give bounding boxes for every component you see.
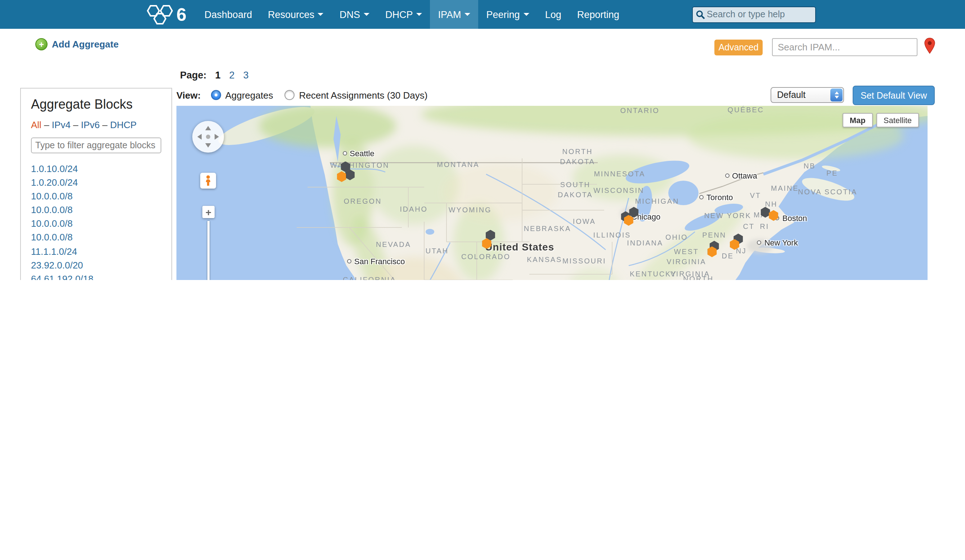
zoom-slider-track[interactable] [208,221,209,280]
aggregate-block-link[interactable]: 10.0.0.0/8 [31,217,161,231]
state-label: COLORADO [461,252,510,262]
filter-ipv6[interactable]: IPv6 [81,119,100,130]
map-pin-icon[interactable] [924,38,936,56]
aggregate-block-link[interactable]: 10.0.0.0/8 [31,231,161,244]
page-2[interactable]: 2 [229,70,235,81]
chevron-down-icon [465,13,471,16]
nav-item-resources[interactable]: Resources [260,0,332,29]
plus-circle-icon: + [35,38,47,51]
nav-item-peering[interactable]: Peering [479,0,537,29]
chevron-down-icon [364,13,370,16]
app-logo[interactable]: 6 [146,0,186,29]
city-label: San Francisco [347,256,405,265]
search-icon [696,9,705,20]
map-pan-control[interactable] [192,121,224,153]
aggregate-block-link[interactable]: 10.0.0.0/8 [31,203,161,217]
state-label: WASHINGTON [330,160,389,170]
chevron-down-icon [318,13,324,16]
pan-right-icon[interactable] [214,134,219,140]
nav-item-log[interactable]: Log [537,0,569,29]
state-label: QUÉBEC [728,106,764,115]
advanced-button[interactable]: Advanced [715,39,763,56]
view-option[interactable]: Recent Assignments (30 Days) [285,90,427,100]
aggregate-marker-gray[interactable] [761,207,770,218]
city-label: Boston [775,214,807,223]
city-name: Ottawa [732,171,757,180]
aggregate-block-link[interactable]: 23.92.0.0/20 [31,258,161,272]
city-name: New York [764,238,798,247]
city-name: Seattle [350,149,375,158]
filter-separator: – [70,119,81,130]
filter-ipv4[interactable]: IPv4 [52,119,70,130]
nav-item-ipam[interactable]: IPAM [430,0,479,29]
add-aggregate-button[interactable]: + Add Aggregate [35,38,118,51]
map-overlay: WASHINGTONMONTANANORTH DAKOTAMINNESOTASO… [177,106,927,280]
zoom-in-button[interactable]: + [202,206,214,218]
city-label: Ottawa [725,171,757,180]
state-label: PE [826,168,838,178]
view-select[interactable]: Default [770,87,844,103]
aggregate-marker-gray[interactable] [629,207,638,218]
state-label: MAINE [771,184,799,194]
map-type-satellite[interactable]: Satellite [877,113,919,127]
aggregate-block-link[interactable]: 1.0.20.0/24 [31,176,161,189]
page-label: Page: [180,70,207,81]
radio-icon[interactable] [211,90,221,100]
state-label: NORTH DAKOTA [560,147,595,167]
aggregate-filters: All – IPv4 – IPv6 – DHCP [31,119,161,130]
aggregate-block-link[interactable]: 10.0.0.0/8 [31,189,161,203]
filter-all[interactable]: All [31,119,41,130]
view-row: View: AggregatesRecent Assignments (30 D… [177,88,427,102]
ipam-search-input[interactable] [772,38,918,56]
map-type-map[interactable]: Map [842,113,873,127]
select-stepper-icon [830,88,842,101]
nav-item-dhcp[interactable]: DHCP [377,0,430,29]
nav-item-dashboard[interactable]: Dashboard [196,0,260,29]
page-1[interactable]: 1 [215,70,221,81]
nav-item-label: Peering [486,9,520,20]
map[interactable]: WASHINGTONMONTANANORTH DAKOTAMINNESOTASO… [177,106,927,280]
state-label: KANSAS [527,255,562,265]
filter-dhcp[interactable]: DHCP [110,119,137,130]
chevron-down-icon [417,13,422,16]
state-label: VT [750,191,761,201]
aggregate-marker-orange[interactable] [337,171,347,182]
aggregate-block-link[interactable]: 11.1.1.0/24 [31,244,161,258]
set-default-view-button[interactable]: Set Default View [853,86,935,105]
nav-item-label: Resources [268,9,314,20]
nav-item-reporting[interactable]: Reporting [569,0,627,29]
nav-search [692,6,816,23]
logo-text: 6 [177,5,186,23]
help-search-input[interactable] [705,9,815,20]
state-label: UTAH [425,246,449,256]
city-dot [347,259,352,263]
state-label: OREGON [343,197,382,207]
pan-down-icon[interactable] [205,143,211,147]
pan-up-icon[interactable] [205,126,211,130]
state-label: ONTARIO [620,106,659,116]
state-label: NOVA SCOTIA [798,187,857,197]
aggregate-block-link[interactable]: 64.61.192.0/18 [31,272,161,280]
state-label: IDAHO [400,204,427,214]
aggregate-block-link[interactable]: 1.0.10.0/24 [31,162,161,176]
pagination-row: Page: 123 [180,70,249,81]
page-3[interactable]: 3 [244,70,249,81]
nav-item-label: Log [545,9,561,20]
city-dot [699,195,703,199]
view-option-label: Aggregates [225,90,273,100]
state-label: NORTH CAROLINA [676,274,721,280]
nav-item-dns[interactable]: DNS [332,0,377,29]
pan-left-icon[interactable] [197,134,202,140]
view-label: View: [177,90,201,100]
pan-center-icon[interactable] [206,135,210,139]
aggregate-blocks-panel: Aggregate Blocks All – IPv4 – IPv6 – DHC… [20,88,172,280]
street-view-pegman-icon[interactable] [200,173,216,189]
aggregate-filter-input[interactable] [31,137,161,153]
state-label: WYOMING [449,206,492,216]
state-label: DE [721,251,733,261]
radio-icon[interactable] [285,90,294,100]
pagination: 123 [215,70,249,81]
nav-item-label: Dashboard [204,9,252,20]
view-option[interactable]: Aggregates [211,90,273,100]
aggregate-marker-orange[interactable] [769,210,778,221]
